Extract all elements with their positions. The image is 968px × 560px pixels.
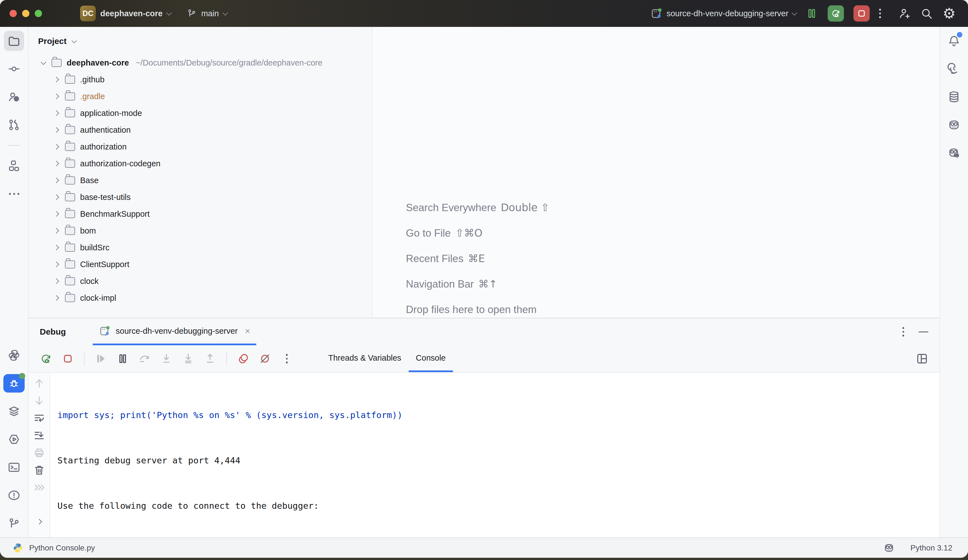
tree-item[interactable]: clock — [28, 273, 372, 290]
chevron-right-icon[interactable] — [53, 278, 59, 284]
tool-ai-assistant-button[interactable] — [940, 55, 968, 83]
settings-button[interactable]: ⚙ — [943, 6, 956, 21]
print-button[interactable] — [33, 446, 46, 459]
chevron-right-icon[interactable] — [53, 245, 59, 250]
chevron-right-icon[interactable] — [53, 295, 59, 301]
tool-pull-requests-button[interactable] — [0, 111, 28, 139]
tree-item[interactable]: buildSrc — [28, 239, 372, 256]
console-output[interactable]: import sys; print('Python %s on %s' % (s… — [50, 373, 940, 541]
tree-item[interactable]: clock-impl — [28, 290, 372, 307]
chevron-right-icon[interactable] — [53, 161, 59, 166]
copilot-status-button[interactable] — [883, 542, 895, 554]
project-panel-header[interactable]: Project — [28, 33, 372, 54]
chevron-right-icon[interactable] — [53, 177, 59, 183]
debug-panel-title: Debug — [40, 318, 66, 345]
tool-commit-button[interactable] — [0, 55, 28, 83]
tool-version-control-button[interactable] — [0, 509, 28, 537]
people-question-icon: ? — [7, 90, 21, 104]
shortcut-keys: ⌘↑ — [478, 278, 497, 290]
tool-more-button[interactable] — [0, 180, 28, 208]
tool-project-button[interactable] — [0, 27, 28, 55]
git-branch-icon — [7, 517, 21, 530]
soft-wrap-button[interactable] — [33, 411, 46, 425]
tree-item[interactable]: authorization — [28, 138, 372, 155]
tool-notifications-button[interactable] — [940, 27, 968, 55]
hide-panel-button[interactable] — [919, 331, 928, 332]
tree-item[interactable]: application-mode — [28, 105, 372, 121]
resume-button[interactable] — [94, 351, 108, 366]
close-icon[interactable]: × — [245, 326, 250, 336]
view-breakpoints-button[interactable] — [236, 351, 250, 366]
chevron-right-icon[interactable] — [53, 144, 59, 149]
mute-breakpoints-button[interactable] — [258, 351, 272, 366]
chevron-right-icon[interactable] — [53, 194, 59, 200]
pause-icon — [116, 352, 129, 365]
tree-item[interactable]: .github — [28, 71, 372, 88]
tool-debug-button[interactable] — [0, 369, 28, 397]
expand-gutter-button[interactable] — [33, 515, 46, 529]
close-window-button[interactable] — [10, 10, 17, 17]
pause-program-button[interactable] — [805, 7, 818, 20]
copilot-icon — [883, 542, 895, 554]
tool-problems-button[interactable] — [0, 481, 28, 509]
tree-item[interactable]: authentication — [28, 121, 372, 138]
chevron-right-icon[interactable] — [53, 93, 59, 99]
debug-toolbar-more-menu[interactable] — [280, 351, 294, 366]
stop-button[interactable] — [854, 5, 870, 22]
prev-occurrence-button[interactable] — [33, 377, 46, 390]
debug-options-menu[interactable] — [902, 327, 904, 336]
tool-database-button[interactable] — [940, 83, 968, 111]
debug-session-tab[interactable]: source-dh-venv-debugging-server × — [93, 318, 256, 345]
pause-button[interactable] — [115, 351, 130, 366]
step-out-button[interactable] — [203, 351, 217, 366]
zoom-window-button[interactable] — [35, 10, 42, 17]
chevron-down-icon[interactable] — [41, 60, 46, 65]
tool-structure-button[interactable] — [0, 152, 28, 180]
status-file-widget[interactable]: Python Console.py — [12, 542, 95, 553]
skip-to-end-button[interactable] — [33, 481, 46, 494]
branch-selector[interactable]: main — [184, 8, 229, 19]
run-configuration-selector[interactable]: source-dh-venv-debugging-server — [650, 7, 796, 20]
scroll-to-end-button[interactable] — [33, 429, 46, 442]
search-everywhere-button[interactable] — [920, 7, 933, 20]
tree-root-row[interactable]: deephaven-core ~/Documents/Debug/source/… — [28, 54, 372, 71]
step-over-button[interactable] — [137, 351, 152, 366]
tab-threads-variables[interactable]: Threads & Variables — [321, 345, 409, 372]
tool-terminal-button[interactable] — [0, 453, 28, 481]
debug-header-controls — [902, 318, 928, 345]
chevron-right-icon[interactable] — [53, 262, 59, 267]
minimize-window-button[interactable] — [22, 10, 30, 17]
chevron-right-icon[interactable] — [53, 228, 59, 234]
more-actions-menu[interactable] — [879, 9, 881, 18]
tree-item[interactable]: base-test-utils — [28, 189, 372, 205]
rerun-debug-button[interactable] — [828, 5, 844, 22]
next-occurrence-button[interactable] — [33, 394, 46, 408]
interpreter-selector[interactable]: Python 3.12 — [911, 543, 952, 552]
step-into-button[interactable] — [159, 351, 174, 366]
force-step-into-button[interactable] — [181, 351, 196, 366]
chevron-right-icon[interactable] — [53, 127, 59, 133]
clear-console-button[interactable] — [33, 463, 46, 477]
tool-python-packages-button[interactable] — [0, 341, 28, 369]
chevron-right-icon[interactable] — [53, 77, 59, 82]
rerun-debug-button[interactable] — [39, 351, 53, 366]
tab-console[interactable]: Console — [409, 345, 453, 372]
tree-item[interactable]: ClientSupport — [28, 256, 372, 273]
project-selector[interactable]: deephaven-core — [98, 9, 172, 18]
layout-settings-button[interactable] — [915, 351, 929, 366]
project-tool-window: Project deephaven-core ~/Documents/Debug… — [28, 27, 372, 318]
tool-learn-button[interactable]: ? — [0, 83, 28, 111]
tree-item[interactable]: Base — [28, 172, 372, 189]
tool-services-button[interactable] — [0, 397, 28, 425]
tree-item[interactable]: .gradle — [28, 88, 372, 105]
tool-run-anything-button[interactable] — [0, 425, 28, 453]
tool-copilot-button[interactable] — [940, 111, 968, 139]
tool-copilot-chat-button[interactable] — [940, 139, 968, 167]
chevron-right-icon[interactable] — [53, 211, 59, 217]
tree-item[interactable]: bom — [28, 222, 372, 239]
code-with-me-button[interactable] — [898, 7, 911, 20]
stop-button[interactable] — [61, 351, 75, 366]
chevron-right-icon[interactable] — [53, 110, 59, 116]
tree-item[interactable]: authorization-codegen — [28, 155, 372, 172]
tree-item[interactable]: BenchmarkSupport — [28, 205, 372, 222]
